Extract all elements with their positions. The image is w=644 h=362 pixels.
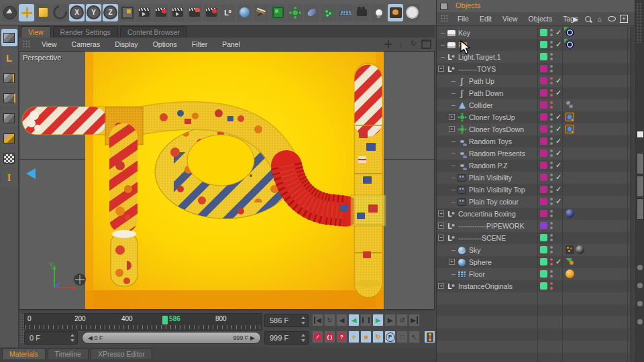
object-name[interactable]: Path Up [469,77,494,85]
visibility-dots[interactable] [550,125,553,133]
bodypaint-icon[interactable] [388,4,403,21]
zoom-view-icon[interactable]: ↕ [395,39,407,49]
object-row[interactable]: +Cloner ToysDown✓ [437,123,635,135]
object-name[interactable]: Plain Visibility Top [469,186,525,194]
render-team-icon[interactable] [186,4,202,21]
tab-render-settings[interactable]: Render Settings [53,26,118,38]
tab-xpresso-editor[interactable]: XPresso Editor [91,348,152,359]
layer-color-swatch[interactable] [540,270,547,278]
subdivision-surface-icon[interactable] [270,4,286,21]
layer-color-swatch[interactable] [540,53,547,60]
objects-title-bar[interactable]: Objects [437,0,635,13]
x-axis-lock-icon[interactable]: X [69,4,85,21]
record-position-toggle[interactable]: + [348,330,360,343]
scale-tool-icon[interactable] [36,4,51,21]
viewport-menu-panel[interactable]: Panel [215,40,248,48]
layer-color-swatch[interactable] [540,41,547,48]
object-name[interactable]: Random Toys [469,137,512,145]
target-tag-icon[interactable] [566,28,574,37]
collapse-icon[interactable]: − [438,235,444,241]
layer-color-swatch[interactable] [540,282,547,290]
layer-color-swatch[interactable] [540,210,547,217]
current-frame-field[interactable]: 586 F [264,314,309,327]
expand-icon[interactable]: + [449,114,455,120]
mode-model-icon[interactable] [1,29,17,46]
autokey-button[interactable]: ( ) [324,330,335,343]
object-row[interactable]: Key✓ [437,27,635,39]
object-name[interactable]: Plain Visibility [469,174,512,182]
visibility-dots[interactable] [550,282,553,290]
start-frame-field[interactable]: 0 F [24,331,78,345]
collapse-icon[interactable]: − [438,66,444,72]
object-row[interactable]: Fill✓ [437,39,635,51]
object-row[interactable]: Random P.Z✓ [437,160,635,172]
viewport-menu-options[interactable]: Options [146,40,184,48]
menubar-grip-icon[interactable] [23,40,31,48]
visibility-dots[interactable] [550,89,553,97]
object-name[interactable]: Plain Toy colour [469,198,519,206]
layer-color-swatch[interactable] [540,198,547,205]
expand-icon[interactable]: + [438,283,444,289]
object-name[interactable]: Fill [458,41,467,49]
viewport-menu-filter[interactable]: Filter [184,40,215,48]
visibility-dots[interactable] [550,162,553,170]
object-row[interactable]: Plain Visibility Top✓ [437,184,635,196]
object-name[interactable]: Sphere [469,258,492,266]
pause-button[interactable] [360,314,372,326]
enabled-checkmark[interactable]: ✓ [555,28,561,37]
target-tag-icon[interactable] [566,40,574,49]
layer-color-swatch[interactable] [540,258,547,265]
side-strip-button[interactable] [637,131,644,138]
add-panel-icon[interactable]: + [619,14,629,23]
object-row[interactable]: +Lº------------PIPEWORK [437,220,635,232]
camera-label[interactable]: Perspective [23,54,61,62]
record-scale-toggle[interactable]: ■ [360,330,372,343]
add-light-icon[interactable] [371,4,386,21]
tab-timeline[interactable]: Timeline [48,348,89,359]
layer-color-swatch[interactable] [540,162,547,169]
object-row[interactable]: +Cloner ToysUp✓ [437,111,635,123]
enabled-checkmark[interactable]: ✓ [555,76,561,85]
object-name[interactable]: ------------PIPEWORK [458,222,525,230]
object-row[interactable]: ∫Path Up✓ [437,75,635,87]
enabled-checkmark[interactable]: ✓ [555,185,561,194]
object-name[interactable]: Random Presents [469,149,525,158]
record-pla-toggle[interactable]: ∷ [396,330,408,343]
layer-color-swatch[interactable] [540,186,547,193]
side-strip-slot[interactable] [637,198,644,220]
layer-color-swatch[interactable] [540,234,547,241]
visibility-dots[interactable] [550,210,553,218]
rotate-view-icon[interactable]: ↻ [408,39,419,49]
layer-color-swatch[interactable] [540,137,547,145]
pan-view-icon[interactable] [382,39,394,49]
object-row[interactable]: Random Presents✓ [437,147,635,160]
viewport-menu-cameras[interactable]: Cameras [64,40,108,48]
tab-materials[interactable]: Materials [2,348,46,359]
visibility-dots[interactable] [550,41,553,49]
side-strip-slot[interactable] [637,153,644,174]
start-stepper-icon[interactable] [70,334,75,342]
objects-menubar-grip-icon[interactable] [441,15,449,23]
previous-key-button[interactable]: ◀ [336,314,347,326]
add-floor-icon[interactable] [337,4,353,21]
spline-pen-icon[interactable] [254,4,269,21]
render-picture-viewer-icon[interactable] [153,4,168,21]
layer-color-swatch[interactable] [540,125,547,133]
enabled-checkmark[interactable]: ✓ [555,137,561,145]
rotate-tool-icon[interactable] [52,4,68,21]
object-row[interactable]: Plain Visibility✓ [437,172,635,184]
mode-points-icon[interactable] [1,69,17,86]
visibility-dots[interactable] [550,53,553,61]
add-deformer-icon[interactable] [304,4,319,21]
visibility-dots[interactable] [550,186,553,194]
side-strip-knob[interactable] [637,283,643,288]
mode-polygons-icon[interactable] [1,109,17,127]
home-icon[interactable]: ⌂ [594,14,605,23]
render-queue-icon[interactable] [203,4,219,21]
goto-end-button[interactable]: ▶ [409,314,420,326]
visibility-dots[interactable] [550,65,553,73]
object-row[interactable]: +LºInstanceOriginals [437,280,635,292]
viewport-menu-display[interactable]: Display [107,40,145,48]
search-icon[interactable] [582,14,593,23]
loop-mode-button[interactable]: ↻ [324,314,335,326]
